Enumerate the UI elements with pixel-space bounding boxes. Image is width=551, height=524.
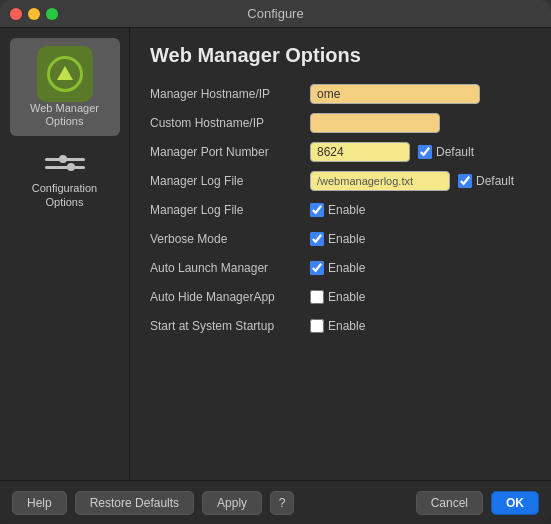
checkbox-startup[interactable] bbox=[310, 319, 324, 333]
checkbox-group-log-enable: Enable bbox=[310, 203, 365, 217]
label-auto-launch: Auto Launch Manager bbox=[150, 261, 310, 275]
form-row-log-enable: Manager Log File Enable bbox=[150, 199, 531, 221]
control-log-file: Default bbox=[310, 171, 531, 191]
question-button[interactable]: ? bbox=[270, 491, 294, 515]
window-title: Configure bbox=[247, 6, 303, 21]
restore-defaults-button[interactable]: Restore Defaults bbox=[75, 491, 194, 515]
checkbox-group-auto-hide: Enable bbox=[310, 290, 365, 304]
input-log-file[interactable] bbox=[310, 171, 450, 191]
checkbox-group-auto-launch: Enable bbox=[310, 261, 365, 275]
form-row-custom-hostname: Custom Hostname/IP bbox=[150, 112, 531, 134]
checkbox-group-log: Default bbox=[458, 174, 514, 188]
checkbox-auto-hide[interactable] bbox=[310, 290, 324, 304]
label-auto-hide: Auto Hide ManagerApp bbox=[150, 290, 310, 304]
control-auto-hide: Enable bbox=[310, 290, 531, 304]
control-port: Default bbox=[310, 142, 531, 162]
checkbox-verbose[interactable] bbox=[310, 232, 324, 246]
control-custom-hostname bbox=[310, 113, 531, 133]
input-hostname[interactable] bbox=[310, 84, 480, 104]
label-custom-hostname: Custom Hostname/IP bbox=[150, 116, 310, 130]
main-panel: Web Manager Options Manager Hostname/IP … bbox=[130, 28, 551, 480]
maximize-button[interactable] bbox=[46, 8, 58, 20]
form-row-verbose: Verbose Mode Enable bbox=[150, 228, 531, 250]
checkbox-group-startup: Enable bbox=[310, 319, 365, 333]
control-startup: Enable bbox=[310, 319, 531, 333]
label-log-enable-text: Enable bbox=[328, 203, 365, 217]
control-log-enable: Enable bbox=[310, 203, 531, 217]
form-grid: Manager Hostname/IP Custom Hostname/IP M… bbox=[150, 83, 531, 470]
close-button[interactable] bbox=[10, 8, 22, 20]
form-row-log-file: Manager Log File Default bbox=[150, 170, 531, 192]
label-verbose: Verbose Mode bbox=[150, 232, 310, 246]
footer: Help Restore Defaults Apply ? Cancel OK bbox=[0, 480, 551, 524]
label-port-default: Default bbox=[436, 145, 474, 159]
checkbox-log-enable[interactable] bbox=[310, 203, 324, 217]
web-manager-icon bbox=[37, 46, 93, 102]
sidebar-label-web-manager: Web ManagerOptions bbox=[30, 102, 99, 128]
sidebar-label-configuration: ConfigurationOptions bbox=[32, 182, 97, 208]
label-log-default: Default bbox=[476, 174, 514, 188]
control-verbose: Enable bbox=[310, 232, 531, 246]
help-button[interactable]: Help bbox=[12, 491, 67, 515]
checkbox-port-default[interactable] bbox=[418, 145, 432, 159]
control-hostname bbox=[310, 84, 531, 104]
minimize-button[interactable] bbox=[28, 8, 40, 20]
sidebar-item-configuration[interactable]: ConfigurationOptions bbox=[10, 140, 120, 216]
form-row-auto-hide: Auto Hide ManagerApp Enable bbox=[150, 286, 531, 308]
label-port: Manager Port Number bbox=[150, 145, 310, 159]
label-log-enable: Manager Log File bbox=[150, 203, 310, 217]
input-port[interactable] bbox=[310, 142, 410, 162]
form-row-auto-launch: Auto Launch Manager Enable bbox=[150, 257, 531, 279]
form-row-hostname: Manager Hostname/IP bbox=[150, 83, 531, 105]
titlebar: Configure bbox=[0, 0, 551, 28]
checkbox-group-port: Default bbox=[418, 145, 474, 159]
panel-title: Web Manager Options bbox=[150, 44, 531, 67]
cancel-button[interactable]: Cancel bbox=[416, 491, 483, 515]
sidebar-item-web-manager[interactable]: Web ManagerOptions bbox=[10, 38, 120, 136]
input-custom-hostname[interactable] bbox=[310, 113, 440, 133]
form-row-startup: Start at System Startup Enable bbox=[150, 315, 531, 337]
configure-window: Configure Web ManagerOptions Config bbox=[0, 0, 551, 524]
configuration-icon bbox=[45, 148, 85, 178]
label-startup: Start at System Startup bbox=[150, 319, 310, 333]
checkbox-log-default[interactable] bbox=[458, 174, 472, 188]
label-verbose-enable: Enable bbox=[328, 232, 365, 246]
label-auto-hide-enable: Enable bbox=[328, 290, 365, 304]
label-hostname: Manager Hostname/IP bbox=[150, 87, 310, 101]
content-area: Web ManagerOptions ConfigurationOptions … bbox=[0, 28, 551, 480]
checkbox-group-verbose: Enable bbox=[310, 232, 365, 246]
ok-button[interactable]: OK bbox=[491, 491, 539, 515]
label-log-file: Manager Log File bbox=[150, 174, 310, 188]
control-auto-launch: Enable bbox=[310, 261, 531, 275]
label-startup-enable: Enable bbox=[328, 319, 365, 333]
form-row-port: Manager Port Number Default bbox=[150, 141, 531, 163]
checkbox-auto-launch[interactable] bbox=[310, 261, 324, 275]
label-auto-launch-enable: Enable bbox=[328, 261, 365, 275]
apply-button[interactable]: Apply bbox=[202, 491, 262, 515]
traffic-lights bbox=[10, 8, 58, 20]
sidebar: Web ManagerOptions ConfigurationOptions bbox=[0, 28, 130, 480]
